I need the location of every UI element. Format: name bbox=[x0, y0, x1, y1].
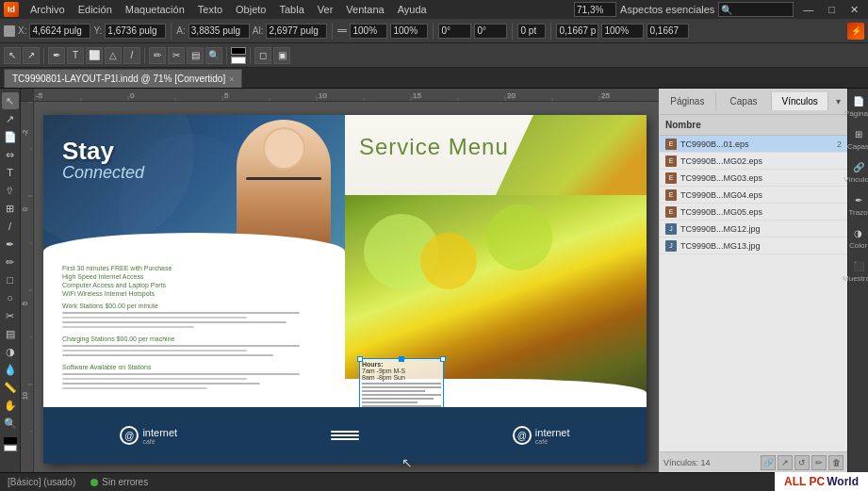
watermark: ALL PC World bbox=[775, 472, 868, 491]
rp-tab-paginas[interactable]: Páginas bbox=[660, 92, 716, 110]
search-input[interactable] bbox=[718, 2, 794, 17]
tool-pen2[interactable]: ✒ bbox=[2, 236, 19, 253]
link-item-0[interactable]: E TC9990B...01.eps 2 bbox=[660, 136, 847, 153]
tool-gap[interactable]: ⇔ bbox=[2, 146, 19, 163]
menu-tabla[interactable]: Tabla bbox=[273, 2, 309, 17]
tool-eyedropper[interactable]: 💧 bbox=[2, 361, 19, 378]
links-btn-goto[interactable]: ↗ bbox=[778, 455, 793, 470]
stroke2-input[interactable] bbox=[556, 24, 598, 39]
tool-line2[interactable]: / bbox=[2, 218, 19, 235]
rp-tab-capas[interactable]: Capas bbox=[716, 92, 773, 110]
links-btn-refresh[interactable]: ↺ bbox=[794, 455, 810, 470]
tool-shape[interactable]: △ bbox=[105, 47, 122, 64]
tool-page[interactable]: 📄 bbox=[2, 128, 19, 145]
rotation-input[interactable] bbox=[438, 24, 471, 39]
link-item-5[interactable]: J TC9990B...MG12.jpg bbox=[660, 221, 847, 237]
stroke-swatch[interactable] bbox=[231, 57, 246, 64]
tool-scissors[interactable]: ✂ bbox=[168, 47, 185, 64]
tool-select[interactable]: ↖ bbox=[4, 47, 21, 64]
menu-ayuda[interactable]: Ayuda bbox=[392, 2, 433, 17]
tool-line[interactable]: / bbox=[123, 47, 140, 64]
close-btn[interactable]: ✕ bbox=[844, 2, 864, 18]
menu-ventana[interactable]: Ventana bbox=[340, 2, 389, 17]
tool-direct[interactable]: ↗ bbox=[23, 47, 40, 64]
rp-tab-vinculos[interactable]: Vínculos bbox=[772, 92, 828, 110]
links-btn-delete[interactable]: 🗑 bbox=[828, 455, 843, 470]
muestras-icon[interactable]: ⬛ bbox=[850, 257, 867, 274]
link-item-6[interactable]: J TC9990B...MG13.jpg bbox=[660, 237, 847, 254]
main-tab[interactable]: TC9990801-LAYOUT-P1l.indd @ 71% [Convert… bbox=[4, 69, 242, 88]
tool-pencil[interactable]: ✏ bbox=[149, 47, 166, 64]
fr-group-muestras[interactable]: ⬛ Muestras bbox=[843, 257, 868, 283]
tool-measure[interactable]: 📏 bbox=[2, 379, 19, 396]
links-btn-edit[interactable]: ✏ bbox=[811, 455, 827, 470]
links-panel: Nombre E TC9990B...01.eps 2 E TC9990B...… bbox=[660, 115, 847, 451]
vinculos-label: Vínculos bbox=[843, 176, 868, 184]
fr-group-vinculos[interactable]: 🔗 Vínculos bbox=[843, 158, 868, 184]
scale3-input[interactable] bbox=[601, 24, 644, 39]
tool-pencil2[interactable]: ✏ bbox=[2, 254, 19, 270]
zoom-input[interactable] bbox=[574, 2, 616, 17]
menu-objeto[interactable]: Objeto bbox=[230, 2, 271, 17]
mode-preview[interactable]: ▣ bbox=[273, 47, 290, 64]
tool-direct-select[interactable]: ↗ bbox=[2, 110, 19, 127]
link-item-3[interactable]: E TC9990B...MG04.eps bbox=[660, 187, 847, 204]
tool-gradient[interactable]: ▤ bbox=[187, 47, 204, 64]
link-item-2[interactable]: E TC9990B...MG03.eps bbox=[660, 170, 847, 187]
tool-selection[interactable]: ↖ bbox=[2, 92, 19, 109]
fr-group-pages[interactable]: 📄 Páginas bbox=[844, 92, 868, 118]
links-btn-link[interactable]: 🔗 bbox=[761, 455, 776, 470]
tool-table[interactable]: ⊞ bbox=[2, 200, 19, 217]
tool-color-theme[interactable]: ◑ bbox=[2, 343, 19, 360]
tool-ellipse[interactable]: ○ bbox=[2, 289, 19, 306]
maximize-btn[interactable]: □ bbox=[823, 2, 841, 17]
fill-swatch[interactable] bbox=[231, 47, 246, 55]
menu-edicion[interactable]: Edición bbox=[73, 2, 118, 17]
menu-ver[interactable]: Ver bbox=[312, 2, 339, 17]
tool-zoom2[interactable]: 🔍 bbox=[2, 415, 19, 432]
pages-icon[interactable]: 📄 bbox=[850, 92, 867, 109]
x-input[interactable] bbox=[29, 24, 90, 39]
val4-input[interactable] bbox=[647, 24, 689, 39]
tool-text2[interactable]: ⍢ bbox=[2, 182, 19, 199]
tool-frame[interactable]: ⬜ bbox=[86, 47, 103, 64]
tool-type[interactable]: T bbox=[67, 47, 84, 64]
color-icon[interactable]: ◑ bbox=[850, 224, 867, 241]
menu-texto[interactable]: Texto bbox=[192, 2, 228, 17]
menu-archivo[interactable]: Archivo bbox=[25, 2, 71, 17]
fill-color[interactable] bbox=[4, 437, 17, 444]
tool-pen[interactable]: ✒ bbox=[48, 47, 65, 64]
w-label: A: bbox=[176, 25, 185, 36]
scaley-input[interactable] bbox=[390, 24, 428, 39]
tool-zoom[interactable]: 🔍 bbox=[205, 47, 222, 64]
link-item-4[interactable]: E TC9990B...MG05.eps bbox=[660, 204, 847, 221]
tool-gradient2[interactable]: ▤ bbox=[2, 325, 19, 342]
shear-input[interactable] bbox=[474, 24, 507, 39]
stroke-input[interactable] bbox=[517, 24, 546, 39]
h-input[interactable] bbox=[266, 24, 327, 39]
minimize-btn[interactable]: — bbox=[797, 2, 819, 17]
food-element3 bbox=[486, 205, 552, 270]
y-input[interactable] bbox=[105, 24, 166, 39]
vinculos-icon[interactable]: 🔗 bbox=[850, 158, 867, 175]
canvas-area[interactable]: Stay Connected First 30 minutes FREE wit… bbox=[34, 102, 659, 472]
scalex-input[interactable] bbox=[350, 24, 387, 39]
fr-group-color[interactable]: ◑ Color bbox=[849, 224, 867, 250]
tool-text[interactable]: T bbox=[2, 164, 19, 181]
fr-group-trazo[interactable]: ✒ Trazo bbox=[848, 191, 867, 217]
w-input[interactable] bbox=[188, 24, 250, 39]
tool-rect[interactable]: □ bbox=[2, 271, 19, 288]
mode-normal[interactable]: ◻ bbox=[254, 47, 271, 64]
trazo-icon[interactable]: ✒ bbox=[850, 191, 867, 208]
tool-scissors2[interactable]: ✂ bbox=[2, 307, 19, 324]
menu-maquetacion[interactable]: Maquetación bbox=[120, 2, 190, 17]
muestras-label: Muestras bbox=[843, 275, 868, 283]
svg-text:5: 5 bbox=[22, 302, 28, 305]
link-item-1[interactable]: E TC9990B...MG02.eps bbox=[660, 153, 847, 170]
header-subtitle: Connected bbox=[62, 163, 144, 184]
tool-hand[interactable]: ✋ bbox=[2, 397, 19, 414]
fr-group-capas[interactable]: ⊞ Capas bbox=[847, 125, 868, 151]
stroke-color[interactable] bbox=[4, 445, 17, 451]
capas-icon[interactable]: ⊞ bbox=[850, 125, 867, 142]
tab-close-btn[interactable]: × bbox=[229, 74, 234, 84]
